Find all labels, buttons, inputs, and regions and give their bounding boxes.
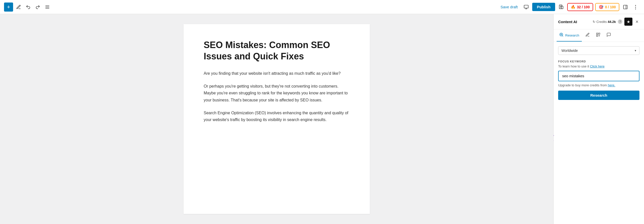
toolbar-right: Save draft Publish 🔥 32 / 100 🎯 0 / 100 … <box>498 3 640 12</box>
upgrade-link[interactable]: here. <box>608 83 615 87</box>
edit-tool-button[interactable] <box>15 3 23 11</box>
post-title[interactable]: SEO Mistakes: Common SEO Issues and Quic… <box>204 39 350 62</box>
star-button[interactable]: ★ <box>624 18 632 26</box>
svg-rect-6 <box>624 5 627 9</box>
seo-score-badge[interactable]: 🔥 32 / 100 <box>567 3 593 11</box>
panel-header-right: ↻ Credits 44.2k ? ★ × <box>593 18 639 26</box>
tab-research[interactable]: Research <box>557 29 582 42</box>
score-circle-icon: 🎯 <box>599 5 603 9</box>
svg-rect-10 <box>596 33 598 34</box>
refresh-icon: ↻ <box>593 20 595 24</box>
redo-button[interactable] <box>34 3 42 11</box>
svg-rect-11 <box>598 33 600 34</box>
document-icon <box>559 5 564 10</box>
worldwide-text: Worldwide <box>561 49 578 53</box>
tab-seo[interactable] <box>593 29 603 42</box>
tab-write[interactable] <box>583 29 592 42</box>
click-here-link[interactable]: Click here <box>590 64 604 68</box>
plus-icon: + <box>7 4 10 10</box>
upgrade-text: Upgrade to buy more credits from here. <box>558 83 639 87</box>
chat-tab-icon <box>606 32 611 38</box>
research-button[interactable]: Research <box>558 91 639 100</box>
list-icon <box>45 5 50 10</box>
add-block-button[interactable]: + <box>4 3 13 12</box>
research-tab-label: Research <box>565 33 579 37</box>
more-options-button[interactable]: ⋮ <box>631 3 640 12</box>
focus-keyword-desc: To learn how to use it Click here <box>558 64 639 68</box>
svg-rect-5 <box>561 6 563 9</box>
write-tab-icon <box>585 32 590 38</box>
editor-area[interactable]: SEO Mistakes: Common SEO Issues and Quic… <box>0 14 553 224</box>
credits-label: ↻ Credits 44.2k <box>593 20 616 24</box>
panel-header: Content AI ↻ Credits 44.2k ? ★ × <box>554 14 644 29</box>
tab-chat[interactable] <box>604 29 614 42</box>
toolbar-left: + <box>4 3 51 12</box>
paragraph-3[interactable]: Search Engine Optimization (SEO) involve… <box>204 109 350 123</box>
worldwide-dropdown[interactable]: Worldwide ▾ <box>558 46 639 55</box>
svg-point-8 <box>560 33 563 36</box>
readability-score-value: 0 / 100 <box>605 5 616 9</box>
focus-keyword-label: FOCUS KEYWORD <box>558 60 639 63</box>
editor-content[interactable]: SEO Mistakes: Common SEO Issues and Quic… <box>184 24 370 214</box>
pen-icon <box>16 5 21 10</box>
star-icon: ★ <box>627 19 630 24</box>
sidebar-toggle-button[interactable] <box>621 3 629 11</box>
redo-icon <box>35 5 40 10</box>
save-draft-button[interactable]: Save draft <box>498 3 520 11</box>
svg-point-9 <box>561 34 562 35</box>
monitor-icon <box>524 5 529 10</box>
undo-icon <box>26 5 31 10</box>
close-panel-button[interactable]: × <box>634 19 639 25</box>
document-icon-button[interactable] <box>557 3 565 11</box>
score-fire-icon: 🔥 <box>571 5 576 9</box>
panel-tabs: Research <box>554 29 644 42</box>
list-view-button[interactable] <box>43 3 51 11</box>
credits-value: 44.2k <box>608 20 616 24</box>
keyword-input[interactable] <box>562 74 635 78</box>
readability-score-badge[interactable]: 🎯 0 / 100 <box>595 3 619 11</box>
svg-rect-12 <box>596 35 598 36</box>
chevron-down-icon: ▾ <box>635 49 636 52</box>
sidebar-icon <box>623 5 628 10</box>
panel-body: Worldwide ▾ FOCUS KEYWORD To learn how t… <box>554 42 644 224</box>
undo-button[interactable] <box>24 3 32 11</box>
sidebar-panel: Content AI ↻ Credits 44.2k ? ★ × R <box>553 14 644 224</box>
seo-tab-icon <box>596 32 600 38</box>
seo-score-value: 32 / 100 <box>577 5 590 9</box>
paragraph-2[interactable]: Or perhaps you're getting visitors, but … <box>204 83 350 103</box>
paragraph-1[interactable]: Are you finding that your website isn't … <box>204 70 350 77</box>
research-tab-icon <box>559 32 564 38</box>
ellipsis-icon: ⋮ <box>633 4 638 10</box>
publish-button[interactable]: Publish <box>532 3 555 11</box>
help-icon[interactable]: ? <box>618 19 622 24</box>
preview-button[interactable] <box>522 3 530 11</box>
toolbar: + Save draft Publish 🔥 32 / 100 🎯 0 / <box>0 0 644 14</box>
svg-rect-3 <box>524 5 528 8</box>
main-layout: SEO Mistakes: Common SEO Issues and Quic… <box>0 14 644 224</box>
panel-title: Content AI <box>558 20 577 24</box>
keyword-input-wrapper <box>558 71 639 81</box>
